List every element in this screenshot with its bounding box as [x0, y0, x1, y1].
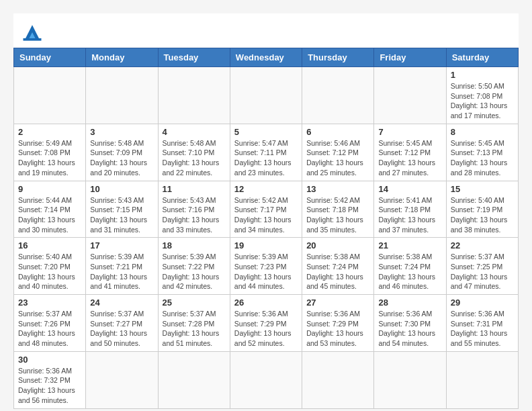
day-number: 29: [451, 298, 514, 308]
calendar-cell: 25Sunrise: 5:37 AM Sunset: 7:28 PM Dayli…: [158, 295, 230, 352]
day-number: 30: [18, 355, 81, 365]
week-row-0: 1Sunrise: 5:50 AM Sunset: 7:08 PM Daylig…: [14, 67, 519, 124]
calendar-cell: [230, 67, 302, 124]
day-number: 11: [163, 184, 226, 194]
day-info: Sunrise: 5:38 AM Sunset: 7:24 PM Dayligh…: [306, 252, 369, 291]
weekday-header-saturday: Saturday: [446, 48, 518, 67]
day-number: 26: [234, 298, 298, 308]
week-row-5: 30Sunrise: 5:36 AM Sunset: 7:32 PM Dayli…: [14, 351, 519, 408]
day-number: 21: [378, 240, 441, 250]
day-info: Sunrise: 5:43 AM Sunset: 7:16 PM Dayligh…: [163, 195, 226, 235]
day-info: Sunrise: 5:36 AM Sunset: 7:31 PM Dayligh…: [451, 309, 514, 349]
day-number: 4: [163, 127, 226, 137]
calendar-cell: 14Sunrise: 5:41 AM Sunset: 7:18 PM Dayli…: [374, 181, 446, 238]
weekday-header-sunday: Sunday: [14, 48, 86, 67]
day-info: Sunrise: 5:36 AM Sunset: 7:32 PM Dayligh…: [18, 366, 81, 406]
week-row-1: 2Sunrise: 5:49 AM Sunset: 7:08 PM Daylig…: [14, 124, 519, 181]
calendar-cell: 9Sunrise: 5:44 AM Sunset: 7:14 PM Daylig…: [14, 181, 86, 238]
day-number: 7: [378, 127, 441, 137]
day-info: Sunrise: 5:48 AM Sunset: 7:09 PM Dayligh…: [90, 138, 153, 178]
weekday-header-tuesday: Tuesday: [158, 48, 230, 67]
calendar-cell: 22Sunrise: 5:37 AM Sunset: 7:25 PM Dayli…: [446, 238, 518, 295]
day-number: 2: [18, 127, 81, 137]
day-number: 17: [90, 240, 153, 250]
calendar-cell: 10Sunrise: 5:43 AM Sunset: 7:15 PM Dayli…: [86, 181, 158, 238]
calendar-cell: 30Sunrise: 5:36 AM Sunset: 7:32 PM Dayli…: [14, 351, 86, 408]
calendar-cell: 18Sunrise: 5:39 AM Sunset: 7:22 PM Dayli…: [158, 238, 230, 295]
day-number: 27: [306, 298, 369, 308]
day-info: Sunrise: 5:37 AM Sunset: 7:25 PM Dayligh…: [451, 252, 514, 291]
day-info: Sunrise: 5:45 AM Sunset: 7:12 PM Dayligh…: [378, 138, 441, 178]
calendar-cell: [302, 351, 374, 408]
calendar-cell: 13Sunrise: 5:42 AM Sunset: 7:18 PM Dayli…: [302, 181, 374, 238]
weekday-header-friday: Friday: [374, 48, 446, 67]
calendar-cell: 16Sunrise: 5:40 AM Sunset: 7:20 PM Dayli…: [14, 238, 86, 295]
day-number: 1: [451, 70, 514, 80]
day-number: 19: [234, 240, 298, 250]
day-info: Sunrise: 5:42 AM Sunset: 7:18 PM Dayligh…: [306, 195, 369, 235]
day-info: Sunrise: 5:46 AM Sunset: 7:12 PM Dayligh…: [306, 138, 369, 178]
calendar-cell: 11Sunrise: 5:43 AM Sunset: 7:16 PM Dayli…: [158, 181, 230, 238]
week-row-3: 16Sunrise: 5:40 AM Sunset: 7:20 PM Dayli…: [14, 238, 519, 295]
day-number: 13: [306, 184, 369, 194]
day-number: 28: [378, 298, 441, 308]
day-number: 5: [234, 127, 298, 137]
calendar-page: SundayMondayTuesdayWednesdayThursdayFrid…: [13, 13, 519, 409]
day-info: Sunrise: 5:49 AM Sunset: 7:08 PM Dayligh…: [18, 138, 81, 178]
day-info: Sunrise: 5:37 AM Sunset: 7:27 PM Dayligh…: [90, 309, 153, 349]
calendar-cell: [230, 351, 302, 408]
header: [13, 13, 519, 48]
calendar-cell: 15Sunrise: 5:40 AM Sunset: 7:19 PM Dayli…: [446, 181, 518, 238]
svg-rect-2: [24, 38, 42, 41]
calendar-cell: 7Sunrise: 5:45 AM Sunset: 7:12 PM Daylig…: [374, 124, 446, 181]
day-number: 15: [451, 184, 514, 194]
day-info: Sunrise: 5:45 AM Sunset: 7:13 PM Dayligh…: [451, 138, 514, 178]
day-number: 6: [306, 127, 369, 137]
day-info: Sunrise: 5:39 AM Sunset: 7:21 PM Dayligh…: [90, 252, 153, 291]
calendar-cell: 12Sunrise: 5:42 AM Sunset: 7:17 PM Dayli…: [230, 181, 302, 238]
day-number: 10: [90, 184, 153, 194]
calendar-cell: [86, 351, 158, 408]
calendar-cell: 6Sunrise: 5:46 AM Sunset: 7:12 PM Daylig…: [302, 124, 374, 181]
day-info: Sunrise: 5:40 AM Sunset: 7:20 PM Dayligh…: [18, 252, 81, 291]
day-number: 3: [90, 127, 153, 137]
calendar-cell: 28Sunrise: 5:36 AM Sunset: 7:30 PM Dayli…: [374, 295, 446, 352]
day-number: 20: [306, 240, 369, 250]
calendar-cell: 24Sunrise: 5:37 AM Sunset: 7:27 PM Dayli…: [86, 295, 158, 352]
logo: [20, 20, 48, 44]
day-info: Sunrise: 5:36 AM Sunset: 7:29 PM Dayligh…: [234, 309, 298, 349]
calendar-cell: 27Sunrise: 5:36 AM Sunset: 7:29 PM Dayli…: [302, 295, 374, 352]
day-info: Sunrise: 5:41 AM Sunset: 7:18 PM Dayligh…: [378, 195, 441, 235]
day-info: Sunrise: 5:39 AM Sunset: 7:22 PM Dayligh…: [163, 252, 226, 291]
day-info: Sunrise: 5:39 AM Sunset: 7:23 PM Dayligh…: [234, 252, 298, 291]
calendar-cell: 21Sunrise: 5:38 AM Sunset: 7:24 PM Dayli…: [374, 238, 446, 295]
day-number: 25: [163, 298, 226, 308]
day-info: Sunrise: 5:36 AM Sunset: 7:30 PM Dayligh…: [378, 309, 441, 349]
day-info: Sunrise: 5:48 AM Sunset: 7:10 PM Dayligh…: [163, 138, 226, 178]
calendar-cell: 23Sunrise: 5:37 AM Sunset: 7:26 PM Dayli…: [14, 295, 86, 352]
logo-icon: [20, 20, 44, 44]
day-info: Sunrise: 5:37 AM Sunset: 7:28 PM Dayligh…: [163, 309, 226, 349]
calendar-cell: 8Sunrise: 5:45 AM Sunset: 7:13 PM Daylig…: [446, 124, 518, 181]
day-number: 23: [18, 298, 81, 308]
day-info: Sunrise: 5:42 AM Sunset: 7:17 PM Dayligh…: [234, 195, 298, 235]
calendar-cell: [446, 351, 518, 408]
day-info: Sunrise: 5:36 AM Sunset: 7:29 PM Dayligh…: [306, 309, 369, 349]
calendar-cell: 29Sunrise: 5:36 AM Sunset: 7:31 PM Dayli…: [446, 295, 518, 352]
day-number: 22: [451, 240, 514, 250]
weekday-header-row: SundayMondayTuesdayWednesdayThursdayFrid…: [14, 48, 519, 67]
weekday-header-thursday: Thursday: [302, 48, 374, 67]
calendar-cell: [158, 67, 230, 124]
day-info: Sunrise: 5:44 AM Sunset: 7:14 PM Dayligh…: [18, 195, 81, 235]
weekday-header-wednesday: Wednesday: [230, 48, 302, 67]
week-row-2: 9Sunrise: 5:44 AM Sunset: 7:14 PM Daylig…: [14, 181, 519, 238]
day-number: 14: [378, 184, 441, 194]
day-info: Sunrise: 5:37 AM Sunset: 7:26 PM Dayligh…: [18, 309, 81, 349]
calendar-cell: 1Sunrise: 5:50 AM Sunset: 7:08 PM Daylig…: [446, 67, 518, 124]
week-row-4: 23Sunrise: 5:37 AM Sunset: 7:26 PM Dayli…: [14, 295, 519, 352]
day-info: Sunrise: 5:47 AM Sunset: 7:11 PM Dayligh…: [234, 138, 298, 178]
day-number: 9: [18, 184, 81, 194]
calendar-cell: 20Sunrise: 5:38 AM Sunset: 7:24 PM Dayli…: [302, 238, 374, 295]
day-info: Sunrise: 5:38 AM Sunset: 7:24 PM Dayligh…: [378, 252, 441, 291]
day-info: Sunrise: 5:40 AM Sunset: 7:19 PM Dayligh…: [451, 195, 514, 235]
